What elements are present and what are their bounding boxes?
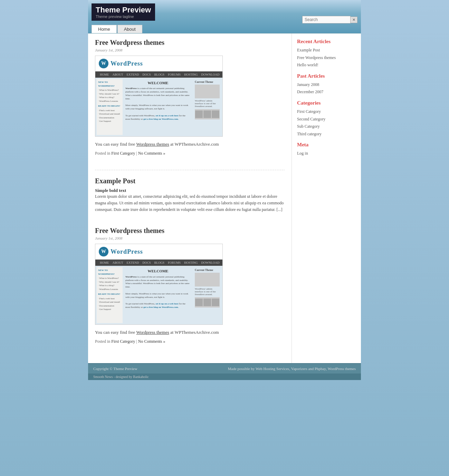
wp-logo-text: WordPress — [111, 60, 143, 67]
sidebar-past-1[interactable]: December 2007 — [297, 88, 356, 96]
nav: Home About — [92, 23, 357, 33]
article-3-comments[interactable]: No Comments » — [138, 339, 165, 344]
wp-nav-bar-2: HOME ABOUT EXTEND DOCS BLOGS FORUMS HOST… — [95, 260, 222, 266]
article-3-text: You can easy find free Wordpress themes … — [95, 329, 285, 336]
article-3-wp-link[interactable]: Wordpress themes — [136, 330, 169, 335]
article-3-title: Free Wordpress themes — [95, 227, 285, 235]
article-3-footer: Posted in First Category | No Comments » — [95, 339, 285, 344]
article-3: Free Wordpress themes January 1st, 2008 … — [95, 227, 285, 351]
sidebar-categories-title: Categories — [297, 100, 356, 106]
wp-nav-bar: HOME ABOUT EXTEND DOCS BLOGS FORUMS HOST… — [95, 71, 222, 78]
wp-logo-circle: W — [99, 59, 108, 68]
article-1: Free Wordpress themes January 1st, 2008 … — [95, 39, 285, 163]
article-1-image: W WordPress HOME ABOUT EXTEND DOCS BLOGS… — [95, 56, 223, 137]
footer-designer: Smooth News - designed by Bankaholic — [93, 375, 149, 379]
search-input[interactable] — [302, 16, 351, 23]
article-1-title: Free Wordpress themes — [95, 39, 285, 47]
article-1-comments[interactable]: No Comments » — [138, 151, 165, 156]
article-1-date: January 1st, 2008 — [95, 48, 285, 52]
sidebar-recent-0[interactable]: Example Post — [297, 47, 356, 54]
site-title-block: Theme Preview Theme preview tagline — [92, 3, 155, 21]
article-1-text: You can easy find free Wordpress themes … — [95, 141, 285, 148]
article-1-footer: Posted in First Category | No Comments » — [95, 151, 285, 156]
nav-about[interactable]: About — [117, 25, 142, 33]
wp-logo-circle-2: W — [99, 247, 108, 256]
article-3-image: W WordPress HOME ABOUT EXTEND DOCS BLOGS… — [95, 244, 223, 325]
footer: Copyright © Theme Preview Made possible … — [88, 363, 361, 380]
footer-copyright: Copyright © Theme Preview — [93, 367, 137, 371]
sidebar-cat-2[interactable]: Sub Category — [297, 123, 356, 130]
sidebar-cat-3[interactable]: Third category — [297, 130, 356, 138]
search-area: ✕ — [302, 16, 357, 23]
sidebar-past-title: Past Articles — [297, 73, 356, 79]
sidebar-recent-1[interactable]: Free Wordpress themes — [297, 54, 356, 62]
sidebar-meta-title: Meta — [297, 142, 356, 148]
sidebar-cat-0[interactable]: First Category — [297, 108, 356, 116]
search-button[interactable]: ✕ — [351, 17, 357, 23]
article-3-date: January 1st, 2008 — [95, 236, 285, 240]
article-1-category[interactable]: First Category — [111, 151, 135, 156]
footer-made-possible: Made possible by Web Hosting Services, V… — [228, 367, 356, 371]
article-2: Example Post Simple bold text Lorem ipsu… — [95, 177, 285, 220]
sidebar: Recent Articles Example Post Free Wordpr… — [292, 33, 361, 363]
site-tagline: Theme preview tagline — [96, 14, 151, 19]
sidebar-recent-title: Recent Articles — [297, 39, 356, 45]
nav-home[interactable]: Home — [92, 25, 117, 33]
article-2-bold: Simple bold text — [95, 188, 285, 193]
article-1-wp-link[interactable]: Wordpress themes — [136, 142, 169, 147]
wp-logo-text-2: WordPress — [111, 248, 143, 255]
site-title: Theme Preview — [96, 6, 151, 14]
sidebar-past-0[interactable]: January 2008 — [297, 81, 356, 89]
article-3-category[interactable]: First Category — [111, 339, 135, 344]
article-2-body: Lorem ipsum dolor sit amet, consectetur … — [95, 193, 285, 213]
article-2-title: Example Post — [95, 177, 285, 185]
article-separator-1 — [95, 170, 285, 170]
sidebar-meta-0[interactable]: Log in — [297, 150, 356, 157]
sidebar-recent-2[interactable]: Hello world! — [297, 61, 356, 69]
sidebar-cat-1[interactable]: Second Category — [297, 116, 356, 123]
